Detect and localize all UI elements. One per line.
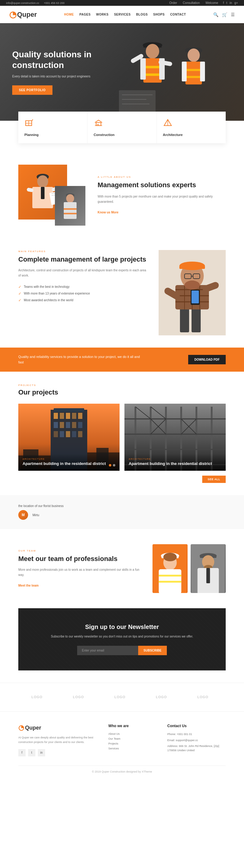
team-title: Meet our team of professionals [18,555,140,563]
svg-rect-77 [78,413,82,419]
cart-icon[interactable]: 🛒 [222,12,227,17]
footer-address: Address: 666 St. John Rd Residence, [Zip… [167,744,226,752]
cta-banner: Quality and reliability services to prov… [0,347,244,372]
team-link[interactable]: Meet the team [18,584,39,587]
service-card-planning[interactable]: Planning [18,112,88,143]
svg-rect-5 [143,73,162,76]
see-all-button[interactable]: See All [202,476,226,483]
nav-item-shops[interactable]: SHOPS [153,13,165,16]
feature-item-3: ✓ Most awarded architects in the world [18,297,146,304]
project-dots-1 [109,464,115,466]
about-section-label: A LITTLE ABOUT US [98,176,226,178]
footer-social-facebook[interactable]: f [18,749,26,756]
svg-line-25 [32,120,33,121]
hero-title: Quality solutions in construction [12,49,110,70]
about-images [18,165,85,226]
footer-logo-icon: ◔ [18,724,24,732]
nav-item-home[interactable]: HOME [64,13,74,16]
about-image-secondary [55,186,85,226]
svg-rect-18 [119,90,156,115]
logo-text: Quper [17,11,37,19]
svg-rect-83 [54,431,58,437]
topbar-social-in[interactable]: in [230,1,232,5]
newsletter-text: Subscribe to our weekly newsletter so yo… [43,634,201,639]
footer-brand: ◔ Quper At Quper we care deeply about qu… [18,724,96,756]
project-overlay-2: ARCHITECTURE Apartment building in the r… [124,454,226,471]
project-card-2[interactable]: ARCHITECTURE Apartment building in the r… [124,404,226,471]
nav-item-pages[interactable]: PAGES [79,13,91,16]
topbar-link-welcome[interactable]: Welcome [206,1,218,5]
footer-social-linkedin[interactable]: in [38,749,45,756]
dot-2 [113,464,115,466]
search-icon[interactable]: 🔍 [213,12,218,17]
about-title: Management solutions experts [98,181,226,190]
footer-logo: ◔ Quper [18,724,96,732]
footer-link-team[interactable]: Our Team [108,737,155,740]
footer-social-twitter[interactable]: t [28,749,35,756]
check-icon-2: ✓ [18,291,21,296]
topbar-link-consultation[interactable]: Consultation [183,1,200,5]
svg-text:LOGO: LOGO [156,695,167,699]
footer-who-we-are: Who we are About Us Our Team Projects Se… [108,724,155,756]
footer-who-links: About Us Our Team Projects Services [108,732,155,750]
svg-rect-123 [207,568,210,583]
team-section-label: OUR TEAM [18,549,140,552]
nav-item-blogs[interactable]: BLOGS [136,13,148,16]
service-label-planning: Planning [24,133,38,136]
features-section-label: MAIN FEATURES [18,250,146,253]
blog-author-name: Mirtu [32,514,39,517]
logo[interactable]: ◔ Quper [9,9,37,20]
svg-rect-47 [64,208,77,210]
topbar-social-t[interactable]: t [226,1,227,5]
footer-copyright: © 2019 Quper Construction designed by XT… [92,770,152,773]
team-content: OUR TEAM Meet our team of professionals … [18,549,140,588]
svg-text:LOGO: LOGO [197,695,208,699]
blog-avatar: M [18,510,28,520]
services-row: Planning Construction Architecture [18,112,226,143]
service-card-architecture[interactable]: Architecture [157,112,226,143]
svg-text:LOGO: LOGO [114,695,125,699]
nav-icons: 🔍 🛒 ☰ [213,12,235,17]
hero-cta-button[interactable]: See Portfolio [12,85,53,95]
footer-phone: Phone: +001 001 01 [167,732,226,737]
svg-rect-15 [185,76,202,78]
nav-item-works[interactable]: WORKS [96,13,109,16]
svg-point-2 [146,44,159,59]
about-link[interactable]: Know us More [98,211,118,214]
projects-section-label: PROJECTS [18,384,226,386]
project-card-1[interactable]: ARCHITECTURE Apartment building in the r… [18,404,120,471]
projects-section: PROJECTS Our projects [0,372,244,495]
topbar-social-g[interactable]: g+ [235,1,238,5]
hero-subtitle: Every detail is taken into account by ou… [12,74,110,79]
svg-rect-66 [179,266,205,269]
logo-icon: ◔ [9,9,17,20]
footer-link-about[interactable]: About Us [108,732,155,735]
hero-illustration [110,23,244,121]
newsletter-section: Sign up to our Newsletter Subscribe to o… [18,608,226,671]
footer-link-services[interactable]: Services [108,747,155,750]
footer-grid: ◔ Quper At Quper we care deeply about qu… [18,724,226,756]
construction-icon [94,118,103,130]
nav-item-services[interactable]: SERVICES [114,13,130,16]
svg-text:LOGO: LOGO [73,695,84,699]
newsletter-email-input[interactable] [77,646,138,655]
topbar-social-f[interactable]: f [223,1,224,5]
footer-contact: Contact Us Phone: +001 001 01 Email: sup… [167,724,226,756]
dot-1 [109,464,111,466]
partner-logo-4: LOGO [154,692,173,702]
hero-section: Quality solutions in construction Every … [0,23,244,121]
footer-link-projects[interactable]: Projects [108,742,155,745]
svg-rect-16 [182,62,187,82]
nav-item-contact[interactable]: CONTACT [170,13,186,16]
topbar-link-order[interactable]: Order [169,1,177,5]
download-pdf-button[interactable]: Download PDF [188,355,226,364]
about-text: With more than 5 projects per monthure c… [98,194,226,204]
newsletter-subscribe-button[interactable]: Subscribe [138,646,167,655]
project-name-1: Apartment building in the residential di… [23,461,115,466]
feature-list: ✓ Teams with the best in technology ✓ Wi… [18,283,146,304]
svg-rect-13 [185,62,202,85]
svg-rect-75 [66,413,70,419]
team-text: More and more professionals join us to w… [18,567,140,578]
menu-icon[interactable]: ☰ [231,12,235,17]
service-card-construction[interactable]: Construction [88,112,157,143]
